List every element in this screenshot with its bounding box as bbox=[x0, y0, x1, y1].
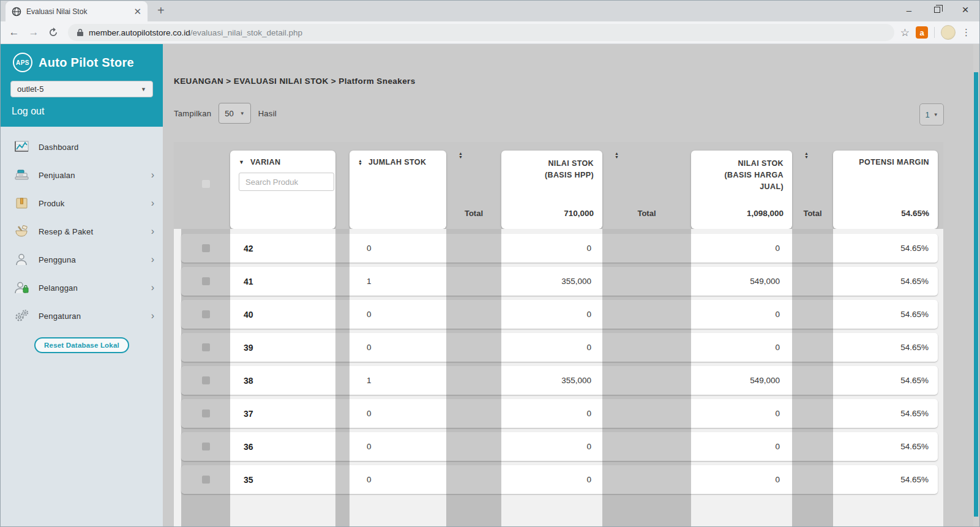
brand-name: Auto Pilot Store bbox=[39, 56, 134, 70]
chevron-right-icon: › bbox=[151, 226, 154, 236]
sidebar-item-label: Pengaturan bbox=[39, 312, 81, 321]
tab-close-icon[interactable]: ✕ bbox=[133, 6, 141, 17]
url-path: /evaluasi_nilai_stok_detail.php bbox=[190, 28, 302, 37]
extension-icon[interactable]: a bbox=[916, 26, 928, 39]
sidebar-item-pengaturan[interactable]: Pengaturan › bbox=[1, 302, 163, 330]
logout-link[interactable]: Log out bbox=[12, 106, 155, 117]
sidebar-item-penjualan[interactable]: Penjualan › bbox=[1, 161, 163, 189]
total-jual-value: 1,098,000 bbox=[700, 209, 784, 218]
restore-button[interactable] bbox=[923, 1, 951, 19]
column-hpp-label-line2: (BASIS HPP) bbox=[545, 171, 594, 179]
total-margin-value: 54.65% bbox=[842, 209, 929, 218]
cell-nilai-stok-hpp: 0 bbox=[501, 475, 602, 484]
url-text: member.autopilotstore.co.id/evaluasi_nil… bbox=[89, 28, 302, 37]
page-size-select[interactable]: 50 ▼ bbox=[219, 103, 250, 124]
page-scrollbar[interactable] bbox=[973, 44, 979, 526]
table-row[interactable]: 40 0 0 0 54.65% bbox=[181, 300, 938, 329]
total-label: Total bbox=[602, 209, 691, 218]
table-row[interactable]: 36 0 0 0 54.65% bbox=[181, 432, 938, 461]
cell-jumlah-stok: 1 bbox=[350, 376, 446, 385]
row-checkbox[interactable] bbox=[202, 244, 210, 252]
scrollbar-thumb[interactable] bbox=[974, 72, 978, 517]
row-checkbox[interactable] bbox=[202, 376, 210, 384]
page-number-select[interactable]: 1 ▼ bbox=[919, 103, 944, 125]
header-checkbox-cell bbox=[181, 151, 230, 229]
sort-desc-icon[interactable]: ▼ bbox=[239, 160, 244, 165]
gutter-total-hpp: ▲▼ Total bbox=[446, 151, 501, 229]
sidebar-item-label: Dashboard bbox=[39, 143, 78, 152]
sidebar-item-produk[interactable]: Produk › bbox=[1, 189, 163, 217]
table-row[interactable]: 38 1 355,000 549,000 54.65% bbox=[181, 366, 938, 395]
sort-both-icon[interactable]: ▲▼ bbox=[615, 152, 691, 159]
table-row[interactable]: 39 0 0 0 54.65% bbox=[181, 333, 938, 362]
chevron-right-icon: › bbox=[151, 283, 154, 293]
breadcrumb-keuangan[interactable]: KEUANGAN bbox=[174, 77, 223, 86]
product-box-icon bbox=[14, 196, 30, 211]
cell-nilai-stok-jual: 0 bbox=[691, 409, 792, 418]
minimize-button[interactable]: – bbox=[895, 1, 923, 19]
cell-nilai-stok-jual: 0 bbox=[691, 343, 792, 352]
browser-tab[interactable]: Evaluasi Nilai Stok ✕ bbox=[6, 1, 148, 21]
dashboard-chart-icon bbox=[14, 140, 30, 154]
sidebar-item-dashboard[interactable]: Dashboard bbox=[1, 133, 163, 161]
sort-both-icon[interactable]: ▲▼ bbox=[804, 152, 833, 159]
table-row[interactable]: 35 0 0 0 54.65% bbox=[181, 465, 938, 494]
row-checkbox[interactable] bbox=[202, 443, 210, 450]
column-jumlah-stok-label: JUMLAH STOK bbox=[368, 158, 426, 166]
bookmark-star-icon[interactable]: ☆ bbox=[900, 26, 910, 39]
row-checkbox[interactable] bbox=[202, 476, 210, 484]
select-all-checkbox[interactable] bbox=[202, 180, 210, 188]
breadcrumb: KEUANGAN > EVALUASI NILAI STOK > Platfor… bbox=[174, 77, 979, 86]
forward-icon[interactable]: → bbox=[25, 24, 42, 41]
profile-avatar[interactable] bbox=[941, 25, 956, 40]
sidebar-item-pelanggan[interactable]: Pelanggan › bbox=[1, 274, 163, 302]
reload-icon[interactable] bbox=[45, 24, 62, 41]
tab-title: Evaluasi Nilai Stok bbox=[26, 7, 129, 16]
chevron-right-icon: › bbox=[151, 255, 154, 264]
new-tab-button[interactable]: + bbox=[157, 4, 165, 18]
results-label: Hasil bbox=[258, 109, 277, 118]
cell-nilai-stok-hpp: 0 bbox=[501, 343, 602, 352]
sidebar-item-resep-paket[interactable]: Resep & Paket › bbox=[1, 217, 163, 245]
outlet-selector[interactable]: outlet-5 ▼ bbox=[10, 81, 153, 97]
url-bar[interactable]: member.autopilotstore.co.id/evaluasi_nil… bbox=[68, 24, 894, 41]
column-jual-label-line2: (BASIS HARGA JUAL) bbox=[725, 171, 784, 191]
table-row[interactable]: 37 0 0 0 54.65% bbox=[181, 399, 938, 428]
toolbar-divider bbox=[934, 27, 935, 38]
list-controls: Tampilkan 50 ▼ Hasil bbox=[174, 103, 979, 124]
sidebar-menu: Dashboard Penjualan › bbox=[1, 127, 163, 526]
cell-nilai-stok-hpp: 0 bbox=[501, 310, 602, 319]
table-row[interactable]: 42 0 0 0 54.65% bbox=[181, 234, 938, 263]
breadcrumb-separator: > bbox=[329, 77, 339, 86]
menu-kebab-icon[interactable]: ⋮ bbox=[962, 27, 971, 38]
sort-both-icon[interactable]: ▲▼ bbox=[458, 152, 501, 159]
back-icon[interactable]: ← bbox=[6, 24, 23, 41]
chevron-down-icon: ▼ bbox=[240, 111, 245, 116]
close-button[interactable]: × bbox=[951, 1, 979, 19]
row-checkbox[interactable] bbox=[202, 409, 210, 417]
chevron-right-icon: › bbox=[151, 170, 154, 180]
column-potensi-margin: POTENSI MARGIN 54.65% bbox=[833, 151, 938, 229]
cell-nilai-stok-hpp: 355,000 bbox=[501, 277, 602, 286]
browser-titlebar: Evaluasi Nilai Stok ✕ + – × bbox=[1, 1, 979, 21]
row-checkbox[interactable] bbox=[202, 310, 210, 318]
chevron-down-icon: ▼ bbox=[141, 86, 146, 92]
cell-jumlah-stok: 0 bbox=[350, 310, 446, 319]
cell-jumlah-stok: 0 bbox=[350, 244, 446, 253]
breadcrumb-evaluasi-nilai-stok[interactable]: EVALUASI NILAI STOK bbox=[234, 77, 329, 86]
cell-jumlah-stok: 1 bbox=[350, 277, 446, 286]
cell-varian: 38 bbox=[230, 376, 335, 386]
sort-both-icon[interactable]: ▲▼ bbox=[358, 159, 362, 166]
row-checkbox[interactable] bbox=[202, 343, 210, 351]
sidebar-item-label: Pengguna bbox=[39, 255, 76, 264]
row-checkbox[interactable] bbox=[202, 277, 210, 285]
cell-potensi-margin: 54.65% bbox=[833, 343, 938, 352]
sidebar-item-pengguna[interactable]: Pengguna › bbox=[1, 245, 163, 274]
search-produk-input[interactable] bbox=[239, 173, 334, 191]
lock-icon bbox=[77, 28, 84, 37]
table-row[interactable]: 41 1 355,000 549,000 54.65% bbox=[181, 267, 938, 296]
cell-potensi-margin: 54.65% bbox=[833, 244, 938, 253]
chevron-right-icon: › bbox=[151, 198, 154, 208]
sidebar: APS Auto Pilot Store outlet-5 ▼ Log out bbox=[1, 44, 163, 526]
reset-database-button[interactable]: Reset Database Lokal bbox=[34, 337, 129, 353]
